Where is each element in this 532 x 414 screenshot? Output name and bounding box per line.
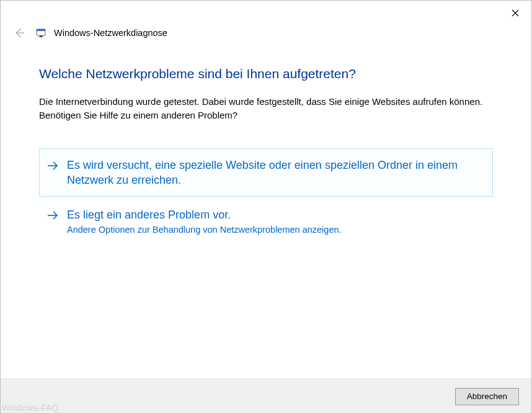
option-title: Es liegt ein anderes Problem vor. [67,207,485,222]
header: Windows-Netzwerkdiagnose [1,24,531,40]
footer: Abbrechen [1,379,531,413]
page-heading: Welche Netzwerkprobleme sind bei Ihnen a… [39,66,493,81]
close-button[interactable] [503,4,528,22]
svg-rect-5 [40,35,42,37]
close-icon [512,9,519,17]
option-subtitle: Andere Optionen zur Behandlung von Netzw… [67,223,485,236]
option-title: Es wird versucht, eine spezielle Website… [67,158,485,188]
arrow-right-icon [46,209,60,222]
option-specific-website[interactable]: Es wird versucht, eine spezielle Website… [39,148,493,197]
app-icon [35,27,48,39]
svg-rect-4 [37,29,45,31]
option-text: Es liegt ein anderes Problem vor. Andere… [67,207,485,236]
titlebar [1,1,531,24]
svg-rect-6 [38,37,43,37]
app-title: Windows-Netzwerkdiagnose [54,28,167,38]
option-other-problem[interactable]: Es liegt ein anderes Problem vor. Andere… [39,198,493,246]
option-text: Es wird versucht, eine spezielle Website… [67,158,485,188]
cancel-button[interactable]: Abbrechen [455,388,519,405]
arrow-right-icon [46,159,60,173]
page-description: Die Internetverbindung wurde getestet. D… [39,95,493,122]
back-button[interactable] [12,25,27,40]
content-area: Welche Netzwerkprobleme sind bei Ihnen a… [1,40,531,246]
arrow-left-icon [14,27,25,38]
network-diagnostics-icon [35,27,48,39]
